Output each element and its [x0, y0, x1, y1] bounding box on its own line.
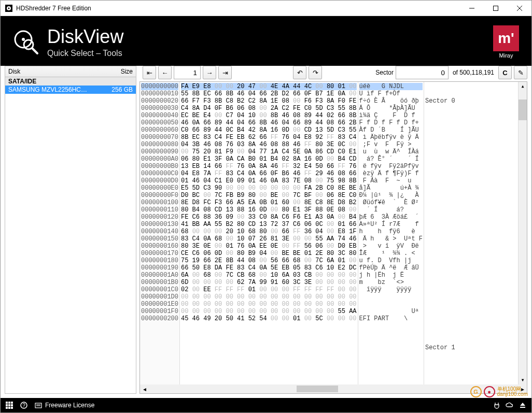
disk-item-size: 256 GB [111, 86, 133, 93]
brand-name: Miray [493, 52, 519, 59]
svg-text:?: ? [22, 403, 25, 408]
maximize-button[interactable] [484, 1, 508, 16]
column-size[interactable]: Size [121, 68, 133, 75]
svg-rect-18 [8, 407, 10, 409]
minimize-button[interactable] [460, 1, 484, 16]
hex-bytes[interactable]: FA E9 E8 00 00 20 47 00 4E 4A 44 4C 00 8… [180, 82, 358, 384]
breadcrumb: Quick Select – Tools [47, 49, 123, 58]
first-page-button[interactable]: ⇤ [143, 66, 156, 79]
page-title: DiskView [47, 26, 123, 48]
plug-icon[interactable] [493, 402, 500, 409]
svg-rect-19 [11, 407, 13, 409]
horizontal-scrollbar[interactable]: ◂ ▸ [140, 384, 527, 393]
cloud-icon[interactable] [506, 402, 514, 408]
svg-point-8 [22, 38, 25, 41]
sector-total: of 500,118,191 [453, 69, 494, 76]
statusbar: ? Freeware License [1, 398, 531, 412]
brand-mark: m' [493, 25, 519, 51]
sector-label: Sector [375, 69, 394, 76]
help-icon[interactable]: ? [20, 402, 27, 409]
svg-rect-11 [6, 402, 8, 404]
edit-button[interactable]: ✎ [514, 66, 527, 79]
disk-list-header: Disk Size [5, 66, 136, 77]
apps-icon[interactable] [6, 402, 13, 409]
hex-editor: 0000000000000000001000000000200000000030… [139, 81, 527, 394]
hex-sector-col: Sector 0 Sector 1 [424, 82, 518, 384]
svg-rect-13 [11, 402, 13, 404]
refresh-button[interactable]: C [498, 66, 512, 79]
svg-rect-17 [6, 407, 8, 409]
column-disk[interactable]: Disk [8, 68, 121, 75]
app-icon [5, 4, 13, 12]
page-input[interactable] [174, 66, 201, 79]
sector-input[interactable] [396, 66, 449, 79]
header: DiskView Quick Select – Tools m' Miray [1, 16, 531, 66]
svg-rect-15 [8, 404, 10, 406]
license-button[interactable]: Freeware License [35, 402, 94, 409]
svg-rect-12 [8, 402, 10, 404]
hex-ascii[interactable]: úéè G NJDL U ìf F f+Òf f÷ó È Â öó ðþÄ Ô … [358, 82, 424, 384]
disk-item-name: SAMSUNG MZVL2256HC… [8, 86, 111, 93]
titlebar-text: HDShredder 7 Free Edition [16, 5, 460, 12]
svg-point-2 [8, 7, 10, 9]
vertical-scrollbar[interactable]: ▴ ▾ [518, 82, 527, 384]
prev-page-button[interactable]: ← [158, 66, 172, 79]
close-button[interactable] [508, 1, 531, 16]
eject-icon[interactable] [519, 402, 526, 409]
svg-rect-16 [11, 404, 13, 406]
titlebar: HDShredder 7 Free Edition [1, 1, 531, 16]
disk-group: SATA/IDE [5, 77, 136, 86]
svg-rect-4 [494, 6, 498, 10]
last-page-button[interactable]: ⇥ [218, 66, 232, 79]
svg-line-10 [32, 48, 37, 53]
redo-button[interactable]: ↷ [309, 66, 322, 79]
next-page-button[interactable]: → [203, 66, 216, 79]
hex-offsets: 0000000000000000001000000000200000000030… [140, 82, 180, 384]
disk-item[interactable]: SAMSUNG MZVL2256HC… 256 GB [5, 86, 136, 94]
svg-rect-14 [6, 404, 8, 406]
diskview-icon [13, 29, 39, 55]
brand-logo: m' Miray [493, 25, 519, 59]
undo-button[interactable]: ↶ [293, 66, 306, 79]
